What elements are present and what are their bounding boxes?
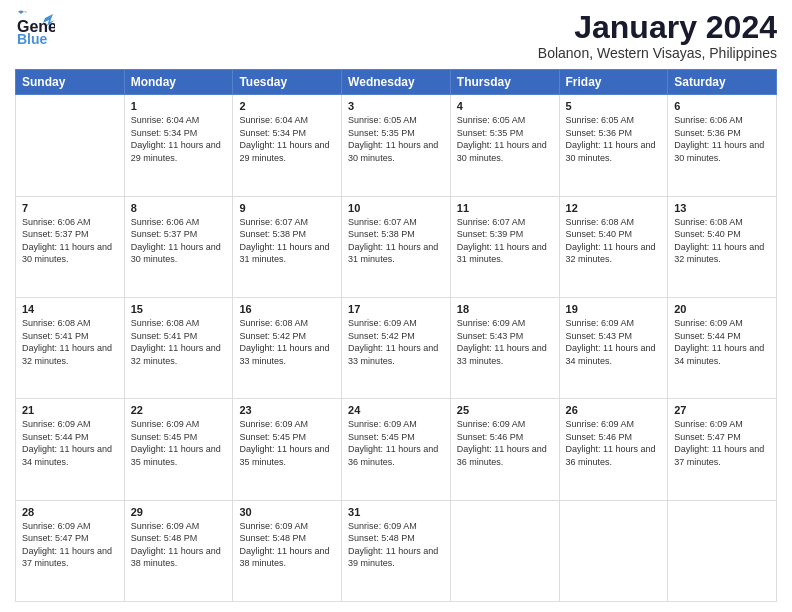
calendar-cell: 6Sunrise: 6:06 AM Sunset: 5:36 PM Daylig… [668,95,777,196]
day-number: 13 [674,202,770,214]
day-number: 18 [457,303,553,315]
calendar-cell: 29Sunrise: 6:09 AM Sunset: 5:48 PM Dayli… [124,500,233,601]
cell-daylight-info: Sunrise: 6:04 AM Sunset: 5:34 PM Dayligh… [131,114,227,164]
col-sunday: Sunday [16,70,125,95]
col-monday: Monday [124,70,233,95]
calendar-cell: 5Sunrise: 6:05 AM Sunset: 5:36 PM Daylig… [559,95,668,196]
calendar-cell: 15Sunrise: 6:08 AM Sunset: 5:41 PM Dayli… [124,297,233,398]
calendar-cell: 2Sunrise: 6:04 AM Sunset: 5:34 PM Daylig… [233,95,342,196]
calendar-cell: 4Sunrise: 6:05 AM Sunset: 5:35 PM Daylig… [450,95,559,196]
calendar-cell: 12Sunrise: 6:08 AM Sunset: 5:40 PM Dayli… [559,196,668,297]
calendar-cell: 22Sunrise: 6:09 AM Sunset: 5:45 PM Dayli… [124,399,233,500]
calendar-cell: 31Sunrise: 6:09 AM Sunset: 5:48 PM Dayli… [342,500,451,601]
cell-daylight-info: Sunrise: 6:08 AM Sunset: 5:40 PM Dayligh… [674,216,770,266]
calendar-table: Sunday Monday Tuesday Wednesday Thursday… [15,69,777,602]
day-number: 3 [348,100,444,112]
cell-daylight-info: Sunrise: 6:09 AM Sunset: 5:44 PM Dayligh… [674,317,770,367]
cell-daylight-info: Sunrise: 6:09 AM Sunset: 5:43 PM Dayligh… [457,317,553,367]
calendar-cell: 25Sunrise: 6:09 AM Sunset: 5:46 PM Dayli… [450,399,559,500]
cell-daylight-info: Sunrise: 6:09 AM Sunset: 5:48 PM Dayligh… [131,520,227,570]
day-number: 14 [22,303,118,315]
day-number: 19 [566,303,662,315]
cell-daylight-info: Sunrise: 6:04 AM Sunset: 5:34 PM Dayligh… [239,114,335,164]
logo-icon: General Blue [15,10,55,50]
day-number: 21 [22,404,118,416]
cell-daylight-info: Sunrise: 6:09 AM Sunset: 5:45 PM Dayligh… [131,418,227,468]
cell-daylight-info: Sunrise: 6:09 AM Sunset: 5:48 PM Dayligh… [239,520,335,570]
day-number: 12 [566,202,662,214]
day-number: 9 [239,202,335,214]
day-number: 29 [131,506,227,518]
cell-daylight-info: Sunrise: 6:09 AM Sunset: 5:43 PM Dayligh… [566,317,662,367]
calendar-cell: 24Sunrise: 6:09 AM Sunset: 5:45 PM Dayli… [342,399,451,500]
day-number: 1 [131,100,227,112]
cell-daylight-info: Sunrise: 6:06 AM Sunset: 5:37 PM Dayligh… [22,216,118,266]
calendar-cell: 11Sunrise: 6:07 AM Sunset: 5:39 PM Dayli… [450,196,559,297]
day-number: 2 [239,100,335,112]
day-number: 28 [22,506,118,518]
day-number: 30 [239,506,335,518]
calendar-week-row: 14Sunrise: 6:08 AM Sunset: 5:41 PM Dayli… [16,297,777,398]
day-number: 7 [22,202,118,214]
title-block: January 2024 Bolanon, Western Visayas, P… [538,10,777,61]
cell-daylight-info: Sunrise: 6:08 AM Sunset: 5:42 PM Dayligh… [239,317,335,367]
day-number: 4 [457,100,553,112]
calendar-cell [450,500,559,601]
col-tuesday: Tuesday [233,70,342,95]
day-number: 24 [348,404,444,416]
day-number: 26 [566,404,662,416]
day-number: 11 [457,202,553,214]
cell-daylight-info: Sunrise: 6:06 AM Sunset: 5:37 PM Dayligh… [131,216,227,266]
calendar-cell: 8Sunrise: 6:06 AM Sunset: 5:37 PM Daylig… [124,196,233,297]
calendar-cell: 14Sunrise: 6:08 AM Sunset: 5:41 PM Dayli… [16,297,125,398]
day-number: 17 [348,303,444,315]
cell-daylight-info: Sunrise: 6:07 AM Sunset: 5:38 PM Dayligh… [239,216,335,266]
calendar-cell: 21Sunrise: 6:09 AM Sunset: 5:44 PM Dayli… [16,399,125,500]
calendar-cell: 7Sunrise: 6:06 AM Sunset: 5:37 PM Daylig… [16,196,125,297]
calendar-cell: 13Sunrise: 6:08 AM Sunset: 5:40 PM Dayli… [668,196,777,297]
day-number: 25 [457,404,553,416]
cell-daylight-info: Sunrise: 6:09 AM Sunset: 5:47 PM Dayligh… [674,418,770,468]
cell-daylight-info: Sunrise: 6:09 AM Sunset: 5:44 PM Dayligh… [22,418,118,468]
cell-daylight-info: Sunrise: 6:09 AM Sunset: 5:47 PM Dayligh… [22,520,118,570]
calendar-cell: 23Sunrise: 6:09 AM Sunset: 5:45 PM Dayli… [233,399,342,500]
calendar-cell: 27Sunrise: 6:09 AM Sunset: 5:47 PM Dayli… [668,399,777,500]
calendar-cell: 26Sunrise: 6:09 AM Sunset: 5:46 PM Dayli… [559,399,668,500]
day-number: 22 [131,404,227,416]
calendar-cell: 1Sunrise: 6:04 AM Sunset: 5:34 PM Daylig… [124,95,233,196]
day-number: 10 [348,202,444,214]
cell-daylight-info: Sunrise: 6:07 AM Sunset: 5:39 PM Dayligh… [457,216,553,266]
calendar-cell: 30Sunrise: 6:09 AM Sunset: 5:48 PM Dayli… [233,500,342,601]
calendar-cell: 10Sunrise: 6:07 AM Sunset: 5:38 PM Dayli… [342,196,451,297]
cell-daylight-info: Sunrise: 6:09 AM Sunset: 5:45 PM Dayligh… [348,418,444,468]
calendar-week-row: 7Sunrise: 6:06 AM Sunset: 5:37 PM Daylig… [16,196,777,297]
calendar-week-row: 28Sunrise: 6:09 AM Sunset: 5:47 PM Dayli… [16,500,777,601]
calendar-cell [559,500,668,601]
cell-daylight-info: Sunrise: 6:06 AM Sunset: 5:36 PM Dayligh… [674,114,770,164]
subtitle: Bolanon, Western Visayas, Philippines [538,45,777,61]
logo: General Blue [15,10,55,50]
calendar-cell: 9Sunrise: 6:07 AM Sunset: 5:38 PM Daylig… [233,196,342,297]
col-saturday: Saturday [668,70,777,95]
col-thursday: Thursday [450,70,559,95]
cell-daylight-info: Sunrise: 6:09 AM Sunset: 5:45 PM Dayligh… [239,418,335,468]
calendar-cell: 20Sunrise: 6:09 AM Sunset: 5:44 PM Dayli… [668,297,777,398]
calendar-cell: 19Sunrise: 6:09 AM Sunset: 5:43 PM Dayli… [559,297,668,398]
col-friday: Friday [559,70,668,95]
day-number: 15 [131,303,227,315]
day-number: 20 [674,303,770,315]
main-title: January 2024 [538,10,777,45]
cell-daylight-info: Sunrise: 6:08 AM Sunset: 5:40 PM Dayligh… [566,216,662,266]
calendar-cell: 28Sunrise: 6:09 AM Sunset: 5:47 PM Dayli… [16,500,125,601]
day-number: 23 [239,404,335,416]
calendar-cell: 3Sunrise: 6:05 AM Sunset: 5:35 PM Daylig… [342,95,451,196]
calendar-cell [668,500,777,601]
day-number: 27 [674,404,770,416]
cell-daylight-info: Sunrise: 6:09 AM Sunset: 5:48 PM Dayligh… [348,520,444,570]
calendar-header-row: Sunday Monday Tuesday Wednesday Thursday… [16,70,777,95]
day-number: 8 [131,202,227,214]
calendar-cell: 18Sunrise: 6:09 AM Sunset: 5:43 PM Dayli… [450,297,559,398]
header: General Blue January 2024 Bolanon, Weste… [15,10,777,61]
svg-text:Blue: Blue [17,31,48,47]
cell-daylight-info: Sunrise: 6:09 AM Sunset: 5:46 PM Dayligh… [566,418,662,468]
